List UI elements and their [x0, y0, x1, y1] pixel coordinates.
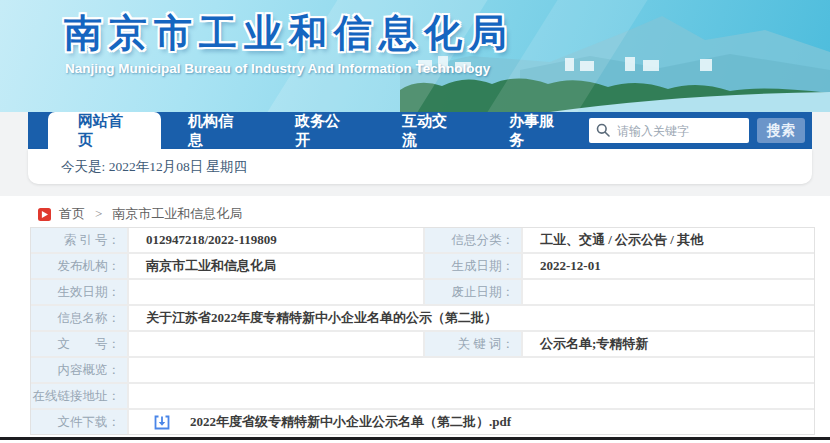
window-bottom-edge	[0, 437, 830, 440]
value-info-category: 工业、交通 / 公示公告 / 其他	[523, 228, 814, 252]
label-info-name: 信息名称：	[31, 306, 127, 330]
header-banner: 南京市工业和信息化局 Nanjing Municipal Bureau of I…	[0, 0, 830, 112]
document-metadata-table: 索 引 号： 012947218/2022-119809 信息分类： 工业、交通…	[30, 227, 815, 435]
value-generated-date: 2022-12-01	[523, 254, 814, 278]
label-file-download: 文件下载：	[31, 410, 127, 434]
label-online-link: 在线链接地址：	[31, 384, 127, 408]
search-zone: 搜索	[589, 112, 812, 149]
label-expiry-date: 废止日期：	[425, 280, 521, 304]
today-date-text: 今天是: 2022年12月08日 星期四	[61, 158, 247, 176]
value-info-name: 关于江苏省2022年度专精特新中小企业名单的公示（第二批）	[129, 306, 814, 330]
value-online-link	[129, 384, 814, 408]
search-input[interactable]	[589, 118, 749, 143]
value-keywords: 公示名单;专精特新	[523, 332, 814, 356]
label-generated-date: 生成日期：	[425, 254, 521, 278]
tab-services[interactable]: 办事服务	[482, 112, 589, 149]
value-file-download: 2022年度省级专精特新中小企业公示名单（第二批）.pdf	[129, 410, 814, 434]
pdf-download-link[interactable]: 2022年度省级专精特新中小企业公示名单（第二批）.pdf	[146, 413, 511, 431]
home-marker-icon	[38, 208, 51, 221]
search-button[interactable]: 搜索	[757, 118, 805, 143]
label-effective-date: 生效日期：	[31, 280, 127, 304]
nav-card: 网站首页 机构信息 政务公开 互动交流 办事服务 搜索 今天是: 2022年12…	[28, 112, 812, 184]
download-icon	[154, 415, 170, 430]
value-doc-number	[129, 332, 423, 356]
tab-home[interactable]: 网站首页	[48, 112, 161, 149]
value-content-overview	[129, 358, 814, 382]
label-keywords: 关 键 词：	[425, 332, 521, 356]
pdf-file-name: 2022年度省级专精特新中小企业公示名单（第二批）.pdf	[190, 413, 511, 431]
site-title-chinese: 南京市工业和信息化局	[64, 8, 514, 59]
breadcrumb-separator: >	[95, 206, 102, 222]
label-publisher: 发布机构：	[31, 254, 127, 278]
label-content-overview: 内容概览：	[31, 358, 127, 382]
tab-gov-disclosure[interactable]: 政务公开	[268, 112, 375, 149]
site-title-english: Nanjing Municipal Bureau of Industry And…	[65, 61, 490, 76]
breadcrumb-current-page: 南京市工业和信息化局	[112, 205, 242, 223]
date-bar: 今天是: 2022年12月08日 星期四	[28, 149, 812, 184]
tab-org-info[interactable]: 机构信息	[161, 112, 268, 149]
label-info-category: 信息分类：	[425, 228, 521, 252]
label-doc-number: 文 号：	[31, 332, 127, 356]
value-expiry-date	[523, 280, 814, 304]
search-icon	[596, 123, 610, 137]
tab-interaction[interactable]: 互动交流	[375, 112, 482, 149]
value-publisher: 南京市工业和信息化局	[129, 254, 423, 278]
breadcrumb: 首页 > 南京市工业和信息化局	[38, 205, 242, 223]
value-effective-date	[129, 280, 423, 304]
label-index-number: 索 引 号：	[31, 228, 127, 252]
breadcrumb-home-link[interactable]: 首页	[59, 205, 85, 223]
value-index-number: 012947218/2022-119809	[129, 228, 423, 252]
main-nav-bar: 网站首页 机构信息 政务公开 互动交流 办事服务 搜索	[28, 112, 812, 149]
search-box	[589, 118, 749, 143]
